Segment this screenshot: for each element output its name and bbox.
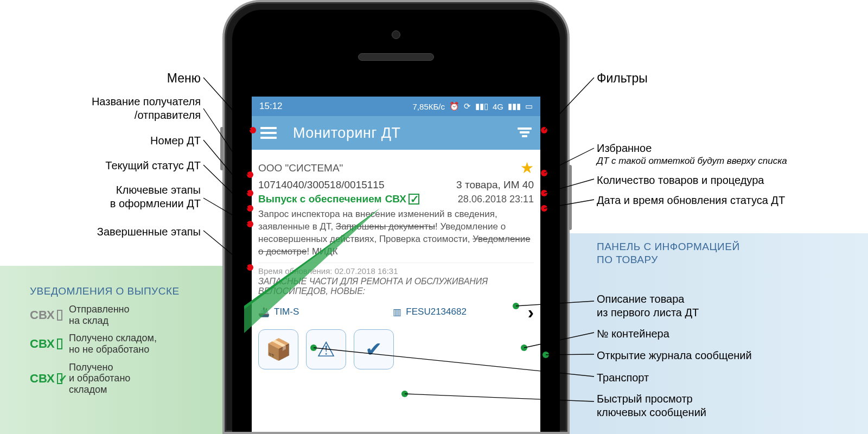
container-no: FESU2134682 <box>406 307 467 317</box>
transport-row: 🚢 TIM-S ▥ FESU2134682 › <box>258 302 534 323</box>
section-panel-title: ПАНЕЛЬ С ИНФОРМАЦИЕЙ ПО ТОВАРУ <box>597 240 740 266</box>
label-container: № контейнера <box>597 327 669 341</box>
container-icon: ▥ <box>393 307 401 318</box>
label-filters: Фильтры <box>597 71 648 86</box>
status-speed: 7,85КБ/с <box>413 102 445 111</box>
label-favorite: Избранное ДТ с такой отметкой будут ввер… <box>597 142 787 167</box>
company-name: ООО "СИСТЕМА" <box>258 162 343 174</box>
dot-goods <box>541 190 547 196</box>
section-release-title: УВЕДОМЛЕНИЯ О ВЫПУСКЕ <box>30 285 180 298</box>
gdot-pills <box>401 391 408 397</box>
battery-icon: ▭ <box>525 101 533 111</box>
gdot-desc <box>513 303 519 309</box>
release-legend: СВХ Отправленно на склад СВХ Получено ск… <box>30 304 157 402</box>
label-product-desc: Описание товара из первого листа ДТ <box>597 292 699 320</box>
svh-check-icon <box>409 194 419 205</box>
svh-box-checked-icon <box>57 373 62 384</box>
product-desc: ЗАПАСНЫЕ ЧАСТИ ДЛЯ РЕМОНТА И ОБСЛУЖИВАНИ… <box>258 277 534 296</box>
label-recipient: Название получателя /отправителя <box>27 95 201 122</box>
label-goods-count: Количество товаров и процедура <box>597 174 764 187</box>
package-button[interactable]: 📦 <box>258 329 298 369</box>
status-bar: 15:12 7,85КБ/с ⏰ ⟳ ▮▮▯ 4G ▮▮▮ ▭ <box>252 97 540 116</box>
status-right: 7,85КБ/с ⏰ ⟳ ▮▮▯ 4G ▮▮▮ ▭ <box>413 101 533 111</box>
dot-status <box>247 205 253 212</box>
gdot-transport <box>310 344 317 351</box>
signal-icon: ▮▮▯ <box>475 101 488 111</box>
legend-row-received-processed: СВХ Получено и обработано складом <box>30 362 157 395</box>
svh-gray-label: СВХ <box>30 308 62 322</box>
dot-company <box>247 171 253 178</box>
label-favorite-sub: ДТ с такой отметкой будут вверху списка <box>597 155 787 167</box>
sync-icon: ⟳ <box>464 101 471 111</box>
legend-row-received-unprocessed: СВХ Получено складом, но не обработано <box>30 333 157 355</box>
dt-status: Выпуск с обеспечением СВХ <box>258 193 419 205</box>
label-datetime: Дата и время обновления статуса ДТ <box>597 194 785 207</box>
alarm-icon: ⏰ <box>449 101 459 111</box>
gdot-chev <box>542 352 549 358</box>
phone-speaker <box>358 53 434 61</box>
phone-power-button <box>569 165 572 230</box>
dot-stages <box>247 221 253 227</box>
update-time-label: Время обновления: <box>258 266 335 276</box>
status-network: 4G <box>493 102 503 111</box>
status-time: 15:12 <box>259 101 283 112</box>
update-time-value: 02.07.2018 16:31 <box>335 266 398 276</box>
label-transport: Транспорт <box>597 371 649 385</box>
legend-sent: Отправленно на склад <box>69 304 130 326</box>
app-title: Мониторинг ДТ <box>293 125 501 142</box>
label-quick-view: Быстрый просмотр ключевых сообщений <box>597 392 706 419</box>
dot-dtnum <box>247 190 253 196</box>
label-completed-stages: Завершенные этапы <box>27 225 201 239</box>
svh-green-label: СВХ <box>30 337 62 351</box>
label-key-stages: Ключевые этапы в оформлении ДТ <box>27 183 201 210</box>
ship-icon: 🚢 <box>258 307 270 318</box>
svh-badge: СВХ <box>385 193 419 205</box>
dot-completed <box>247 264 253 271</box>
dt-number: 10714040/300518/0015115 <box>258 179 384 191</box>
dot-star <box>541 170 547 176</box>
dot-datetime <box>541 205 547 212</box>
status-datetime: 28.06.2018 23:11 <box>458 194 534 205</box>
signal2-icon: ▮▮▮ <box>508 101 521 111</box>
label-favorite-title: Избранное <box>597 142 652 154</box>
chevron-right-icon[interactable]: › <box>528 302 534 323</box>
dt-card[interactable]: ООО "СИСТЕМА" ★ 10714040/300518/0015115 … <box>252 155 540 376</box>
stage-text: ! МИДК <box>307 246 338 257</box>
filter-icon[interactable] <box>518 127 532 138</box>
dt-check-button[interactable]: ✔ <box>354 329 394 369</box>
goods-count: 3 товара, ИМ 40 <box>456 179 534 191</box>
star-icon[interactable]: ★ <box>520 161 534 176</box>
label-dt-number: Номер ДТ <box>27 134 201 148</box>
app-bar: Мониторинг ДТ <box>252 116 540 150</box>
phone-bezel: 15:12 7,85КБ/с ⏰ ⟳ ▮▮▯ 4G ▮▮▮ ▭ Монитори… <box>232 10 560 432</box>
svh-label: СВХ <box>385 193 406 205</box>
dt-stages: Запрос инспектора на внесение изменений … <box>258 208 534 258</box>
update-time: Время обновления: 02.07.2018 16:31 <box>258 263 534 276</box>
dot-menu <box>250 127 256 133</box>
legend-received: Получено складом, но не обработано <box>69 333 157 355</box>
legend-row-sent: СВХ Отправленно на склад <box>30 304 157 326</box>
stage-completed: Запрошены документы <box>336 221 435 232</box>
legend-processed: Получено и обработано складом <box>69 362 130 395</box>
phone-volume-button <box>220 127 224 170</box>
dt-status-text: Выпуск с обеспечением <box>258 193 382 205</box>
dot-filter <box>541 127 547 133</box>
phone-camera <box>392 30 400 39</box>
label-open-log: Открытие журнала сообщений <box>597 349 752 362</box>
gdot-container <box>521 344 527 351</box>
svh-box-empty-icon <box>57 310 62 321</box>
phone-frame: 15:12 7,85КБ/с ⏰ ⟳ ▮▮▯ 4G ▮▮▮ ▭ Монитори… <box>222 0 570 434</box>
label-menu: Меню <box>27 71 201 86</box>
menu-icon[interactable] <box>260 127 277 139</box>
phone-screen: 15:12 7,85КБ/с ⏰ ⟳ ▮▮▯ 4G ▮▮▮ ▭ Монитори… <box>252 97 540 432</box>
svh-green-check-label: СВХ <box>30 372 62 386</box>
transport-name: TIM-S <box>274 307 299 317</box>
quick-buttons: 📦 ⚠ ✔ <box>258 329 534 369</box>
label-dt-status: Текущий статус ДТ <box>27 159 201 173</box>
svh-box-empty-green-icon <box>57 339 62 349</box>
